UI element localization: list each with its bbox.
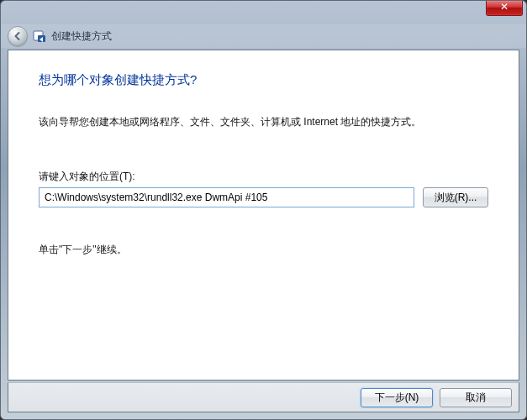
page-description: 该向导帮您创建本地或网络程序、文件、文件夹、计算机或 Internet 地址的快…: [39, 115, 488, 129]
next-button[interactable]: 下一步(N): [361, 388, 433, 407]
arrow-left-icon: [13, 31, 23, 41]
continue-hint: 单击"下一步"继续。: [39, 243, 488, 257]
cancel-button[interactable]: 取消: [440, 388, 512, 407]
close-button[interactable]: ✕: [486, 1, 523, 16]
window-title: 创建快捷方式: [51, 29, 112, 44]
shortcut-icon: [33, 29, 46, 43]
back-button[interactable]: [8, 26, 28, 46]
location-input[interactable]: [39, 187, 414, 207]
close-icon: ✕: [500, 1, 509, 13]
location-label: 请键入对象的位置(T):: [39, 170, 488, 184]
wizard-window: ✕ 创建快捷方式 想为哪个对象创建快捷方式? 该向导帮您创建本地或网络程序、文件…: [0, 0, 527, 420]
content-area: 想为哪个对象创建快捷方式? 该向导帮您创建本地或网络程序、文件、文件夹、计算机或…: [8, 50, 519, 381]
title-bar: ✕: [1, 1, 526, 24]
browse-button[interactable]: 浏览(R)...: [423, 187, 488, 207]
footer-bar: 下一步(N) 取消: [8, 382, 519, 412]
location-row: 浏览(R)...: [39, 187, 488, 207]
header-bar: 创建快捷方式: [1, 24, 526, 48]
page-heading: 想为哪个对象创建快捷方式?: [39, 72, 488, 88]
